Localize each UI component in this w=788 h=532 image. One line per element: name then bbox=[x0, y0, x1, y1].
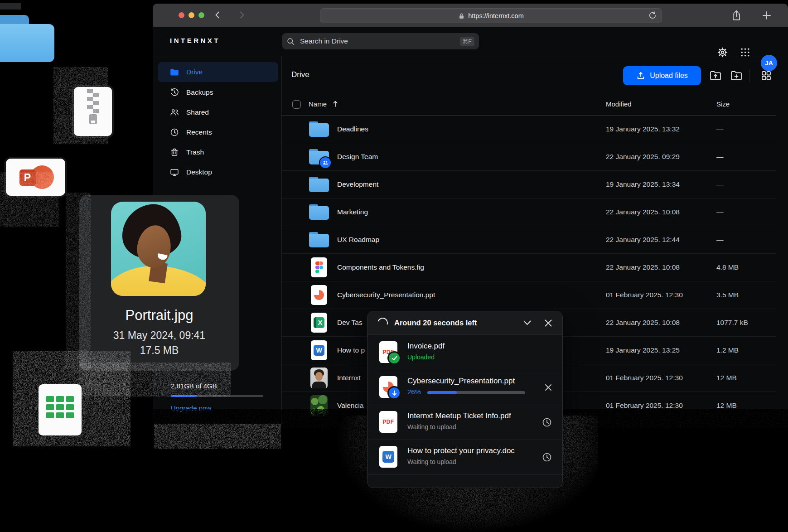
sidebar-item-label: Trash bbox=[186, 148, 204, 156]
marketing-canvas: P Portrait.jpg 31 May 2024, 09:41 17.5 M… bbox=[0, 0, 788, 532]
uploading-arrow-icon bbox=[387, 386, 401, 400]
file-size: — bbox=[716, 236, 724, 244]
file-modified: 01 February 2025. 12:30 bbox=[606, 291, 683, 299]
browser-chrome: https://internxt.com bbox=[153, 4, 788, 27]
table-row[interactable]: Cybersecurity_Presentation.ppt 01 Februa… bbox=[281, 281, 776, 309]
sidebar-item-trash[interactable]: Trash bbox=[158, 142, 278, 162]
sidebar-item-recents[interactable]: Recents bbox=[158, 122, 278, 142]
upload-item-name: Invoice.pdf bbox=[407, 342, 445, 351]
pdf-file-icon: PDF bbox=[379, 411, 397, 433]
pdf-file-icon: PDF bbox=[379, 341, 397, 363]
sidebar-item-desktop[interactable]: Desktop bbox=[158, 162, 278, 182]
decorative-spreadsheet-icon bbox=[39, 384, 82, 435]
preview-filename: Portrait.jpg bbox=[79, 307, 239, 324]
image-thumbnail bbox=[308, 367, 330, 389]
upload-popup-title: Around 20 seconds left bbox=[394, 319, 517, 327]
file-name: Dev Tas bbox=[337, 319, 363, 327]
word-file-icon: W bbox=[308, 339, 330, 361]
search-icon bbox=[286, 37, 295, 46]
close-window-button[interactable] bbox=[179, 12, 184, 18]
history-icon bbox=[170, 88, 179, 97]
excel-file-icon: X bbox=[308, 312, 330, 334]
upload-folder-button[interactable] bbox=[707, 68, 724, 84]
file-name: Cybersecurity_Presentation.ppt bbox=[337, 291, 435, 299]
file-modified: 22 January 2025. 12:44 bbox=[606, 236, 680, 244]
search-bar[interactable]: ⌘F bbox=[282, 33, 479, 49]
image-thumbnail bbox=[308, 395, 330, 416]
file-size: — bbox=[716, 180, 724, 189]
upload-item-status: Uploaded bbox=[407, 353, 435, 361]
sidebar-item-shared[interactable]: Shared bbox=[158, 102, 278, 122]
file-modified: 01 February 2025. 12:30 bbox=[606, 401, 683, 410]
waiting-clock-icon bbox=[541, 417, 552, 428]
file-modified: 19 January 2025. 13:25 bbox=[606, 346, 680, 354]
grid-view-button[interactable] bbox=[758, 68, 774, 84]
upload-item: PDF Internxt Meetup Ticket Info.pdf Wait… bbox=[367, 405, 562, 440]
upload-progress-fill bbox=[427, 391, 457, 394]
upload-progress-popup: Around 20 seconds left PDF Invoice.pdf U… bbox=[367, 311, 563, 488]
table-row[interactable]: Marketing 22 January 2025. 10:08 — bbox=[281, 198, 776, 226]
cancel-upload-icon[interactable] bbox=[544, 383, 552, 392]
column-header-size[interactable]: Size bbox=[716, 100, 730, 108]
share-icon[interactable] bbox=[731, 10, 742, 21]
upload-item-status: Waiting to upload bbox=[407, 423, 456, 430]
close-icon[interactable] bbox=[544, 319, 552, 327]
address-bar[interactable]: https://internxt.com bbox=[320, 8, 662, 23]
sidebar-item-drive[interactable]: Drive bbox=[158, 62, 278, 82]
powerpoint-file-icon bbox=[379, 376, 397, 398]
file-name: Design Team bbox=[337, 153, 378, 161]
file-name: Marketing bbox=[337, 208, 368, 216]
padlock-icon bbox=[458, 12, 465, 19]
table-row[interactable]: Components and Tokens.fig 22 January 202… bbox=[281, 253, 776, 281]
back-button[interactable] bbox=[214, 11, 222, 19]
search-input[interactable] bbox=[299, 37, 456, 46]
url-text: https://internxt.com bbox=[468, 12, 524, 19]
corner-artifact bbox=[0, 3, 21, 10]
decorative-zip-file-icon bbox=[74, 87, 112, 136]
table-row[interactable]: Design Team 22 January 2025. 09:29 — bbox=[281, 143, 776, 171]
select-all-checkbox[interactable] bbox=[292, 100, 301, 109]
upload-files-button[interactable]: Upload files bbox=[623, 66, 701, 85]
table-row[interactable]: UX Roadmap 22 January 2025. 12:44 — bbox=[281, 226, 776, 254]
chevron-down-icon[interactable] bbox=[523, 320, 532, 326]
upload-popup-header: Around 20 seconds left bbox=[367, 311, 562, 335]
file-size: 12 MB bbox=[716, 374, 737, 382]
toolbar-divider bbox=[749, 69, 749, 82]
upload-item: PDF Invoice.pdf Uploaded bbox=[367, 335, 562, 370]
sidebar-item-backups[interactable]: Backups bbox=[158, 82, 278, 102]
file-name: Internxt bbox=[337, 374, 361, 382]
folder-icon bbox=[308, 201, 330, 223]
table-header: Name Modified Size bbox=[281, 94, 776, 116]
file-name: How to p bbox=[337, 346, 365, 354]
table-row[interactable]: Deadlines 19 January 2025. 13:32 — bbox=[281, 115, 776, 143]
file-size: — bbox=[716, 125, 724, 133]
reload-icon[interactable] bbox=[648, 11, 657, 20]
storage-progress-fill bbox=[171, 395, 197, 397]
folder-icon bbox=[308, 229, 330, 251]
people-icon bbox=[170, 108, 179, 117]
forward-button[interactable] bbox=[237, 11, 246, 19]
file-modified: 22 January 2025. 09:29 bbox=[606, 153, 680, 161]
upload-item-name: Cybersecurity_Presentation.ppt bbox=[407, 377, 515, 386]
preview-size: 17.5 MB bbox=[79, 344, 239, 357]
figma-file-icon bbox=[308, 256, 330, 278]
new-tab-icon[interactable] bbox=[762, 10, 772, 20]
file-name: Deadlines bbox=[337, 125, 368, 133]
column-header-modified[interactable]: Modified bbox=[606, 100, 632, 108]
zoom-window-button[interactable] bbox=[198, 12, 204, 18]
decorative-folder-icon bbox=[0, 15, 54, 62]
file-size: 1.2 MB bbox=[716, 346, 739, 354]
table-row[interactable]: Development 19 January 2025. 13:34 — bbox=[281, 170, 776, 198]
upgrade-link[interactable]: Upgrade now bbox=[171, 404, 263, 412]
minimize-window-button[interactable] bbox=[189, 12, 194, 18]
app-header: INTERNXT ⌘F bbox=[153, 27, 788, 56]
file-modified: 22 January 2025. 10:08 bbox=[606, 319, 680, 327]
upload-item-name: How to protect your privacy.doc bbox=[407, 446, 515, 455]
file-size: — bbox=[716, 208, 724, 216]
folder-icon bbox=[308, 174, 330, 195]
column-header-name[interactable]: Name bbox=[309, 100, 327, 108]
powerpoint-file-icon bbox=[308, 284, 330, 306]
upload-item-status: Waiting to upload bbox=[407, 458, 456, 465]
folder-icon bbox=[308, 118, 330, 140]
new-folder-button[interactable] bbox=[728, 68, 744, 84]
